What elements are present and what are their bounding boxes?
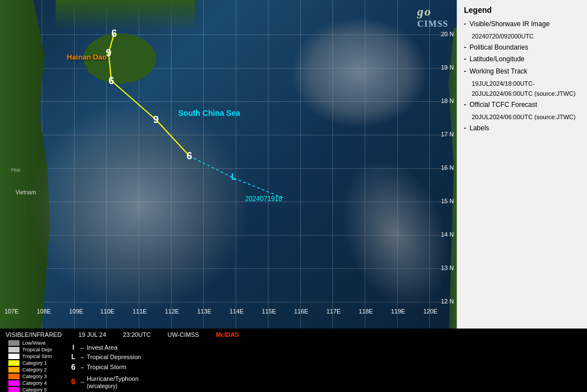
color-swatch-cat2: [8, 367, 19, 373]
image-type-status: VISIBLE/INFRARED: [6, 331, 62, 338]
hurricane-label: Hurricane/Typhoon: [87, 375, 139, 382]
color-swatch-storm: [8, 354, 19, 359]
color-label-cat3: Category 3: [22, 374, 47, 379]
hue-label: Hue: [11, 167, 21, 173]
cloud-system-main: [28, 100, 251, 312]
color-label-low: Low/Wave: [22, 340, 46, 346]
storm-symbol-2: 9: [106, 47, 111, 59]
color-swatch-cat3: [8, 374, 19, 379]
legend-item-image: - Visible/Shorwave IR Image: [464, 20, 580, 29]
lat-label-13n: 13 N: [441, 264, 454, 271]
tropical-storm-symbol: 6: [69, 362, 78, 371]
legend-item-labels: - Labels: [464, 124, 580, 133]
lat-label-17n: 17 N: [441, 131, 454, 138]
legend-item-latlon: - Latitude/Longitude: [464, 55, 580, 64]
color-row-cat1: Category 1: [8, 360, 52, 366]
color-swatch-cat1: [8, 360, 19, 366]
color-label-cat1: Category 1: [22, 360, 47, 366]
cloud-system-ne: [290, 17, 429, 128]
bottom-legend: Low/Wave Tropical Depr Tropical Strm Cat…: [0, 341, 587, 392]
lat-label-16n: 16 N: [441, 164, 454, 171]
color-label-storm: Tropical Strm: [22, 354, 52, 359]
main-area: 20 N 19 N 18 N 17 N 16 N 15 N 14 N 13 N …: [0, 0, 587, 329]
depression-label: Tropical Depression: [87, 354, 141, 360]
legend-panel: Legend - Visible/Shorwave IR Image 20240…: [457, 0, 587, 329]
legend-item-track: - Working Best Track: [464, 67, 580, 76]
tropical-storm-label: Tropical Storm: [87, 364, 126, 370]
symbol-legend: I – Invest Area L – Tropical Depression …: [69, 344, 141, 389]
color-label-cat2: Category 2: [22, 367, 47, 373]
storm-symbol-1: 6: [111, 28, 117, 40]
storm-symbol-invest: L: [231, 172, 237, 182]
color-row-cat5: Category 5: [8, 387, 52, 392]
legend-track-date1: 19JUL2024/18:00UTC-: [472, 80, 580, 87]
time-status: 23:20UTC: [123, 331, 151, 338]
color-row-cat2: Category 2: [8, 367, 52, 373]
lon-107e: 107E: [4, 308, 19, 315]
lat-label-12n: 12 N: [441, 298, 454, 305]
storm-symbol-3: 6: [109, 75, 114, 87]
lon-112e: 112E: [165, 308, 179, 315]
lon-113e: 113E: [197, 308, 212, 315]
lon-114e: 114E: [229, 308, 244, 315]
color-row-cat3: Category 3: [8, 374, 52, 379]
lon-109e: 109E: [69, 308, 84, 315]
grid-v-115e: [268, 0, 268, 329]
date-status: 19 JUL 24: [79, 331, 106, 338]
color-swatch-cat5: [8, 387, 19, 392]
lat-label-20n: 20 N: [441, 31, 454, 37]
color-row-low: Low/Wave: [8, 340, 52, 346]
legend-item-political: - Political Boundaries: [464, 43, 580, 52]
symbol-row-tropical-storm: 6 – Tropical Storm: [69, 362, 141, 371]
south-china-sea-label: South China Sea: [178, 109, 240, 117]
map-container: 20 N 19 N 18 N 17 N 16 N 15 N 14 N 13 N …: [0, 0, 457, 329]
status-bar: VISIBLE/INFRARED 19 JUL 24 23:20UTC UW-C…: [0, 329, 587, 341]
storm-symbol-4: 9: [153, 114, 159, 126]
color-row-depression: Tropical Depr: [8, 347, 52, 352]
lon-118e: 118E: [359, 308, 373, 315]
color-swatch-low: [8, 340, 19, 346]
legend-track-date2: 20JUL2024/06:00UTC (source:JTWC): [472, 90, 580, 97]
hurricane-note: (w/category): [87, 383, 139, 389]
lon-111e: 111E: [133, 308, 147, 315]
lat-label-18n: 18 N: [441, 97, 454, 104]
color-row-cat4: Category 4: [8, 380, 52, 386]
lat-label-15n: 15 N: [441, 198, 454, 204]
lat-label-14n: 14 N: [441, 231, 454, 238]
color-label-depression: Tropical Depr: [22, 347, 52, 352]
lon-117e: 117E: [326, 308, 341, 315]
track-date-label: 2024071918: [245, 195, 282, 203]
color-swatch-depression: [8, 347, 19, 352]
hurricane-symbol: 6: [69, 377, 78, 386]
cimss-logo: go CIMSS: [417, 4, 448, 29]
source-status: UW-CIMSS: [168, 331, 199, 338]
land-china-coast: [56, 0, 195, 31]
legend-tcfc-date: 20JUL2024/06:00UTC (source:JTWC): [472, 113, 580, 121]
color-label-cat4: Category 4: [22, 380, 47, 386]
legend-title: Legend: [464, 6, 580, 14]
lon-116e: 116E: [294, 308, 309, 315]
invest-label: Invest Area: [87, 344, 118, 351]
invest-symbol: I: [69, 344, 78, 351]
symbol-row-hurricane: 6 – Hurricane/Typhoon (w/category): [69, 373, 141, 389]
lon-108e: 108E: [37, 308, 51, 315]
legend-image-timestamp: 20240720/092000UTC: [472, 32, 580, 40]
color-row-storm: Tropical Strm: [8, 354, 52, 359]
lon-115e: 115E: [262, 308, 276, 315]
vietnam-label: Vietnam: [16, 189, 36, 195]
symbol-row-depression: L – Tropical Depression: [69, 353, 141, 361]
lon-110e: 110E: [100, 308, 115, 315]
depression-symbol: L: [69, 353, 78, 361]
lon-120e: 120E: [423, 308, 438, 315]
storm-symbol-5: 6: [187, 150, 192, 162]
legend-item-tcfc: - Official TCFC Forecast: [464, 101, 580, 110]
hainan-label: Hainan Dao: [67, 53, 107, 61]
lat-label-19n: 19 N: [441, 64, 454, 71]
color-swatch-cat4: [8, 380, 19, 386]
software-status: McIDAS: [216, 331, 239, 338]
color-label-cat5: Category 5: [22, 387, 47, 392]
color-legend: Low/Wave Tropical Depr Tropical Strm Cat…: [8, 340, 52, 392]
lon-119e: 119E: [391, 308, 405, 315]
symbol-row-invest: I – Invest Area: [69, 344, 141, 351]
